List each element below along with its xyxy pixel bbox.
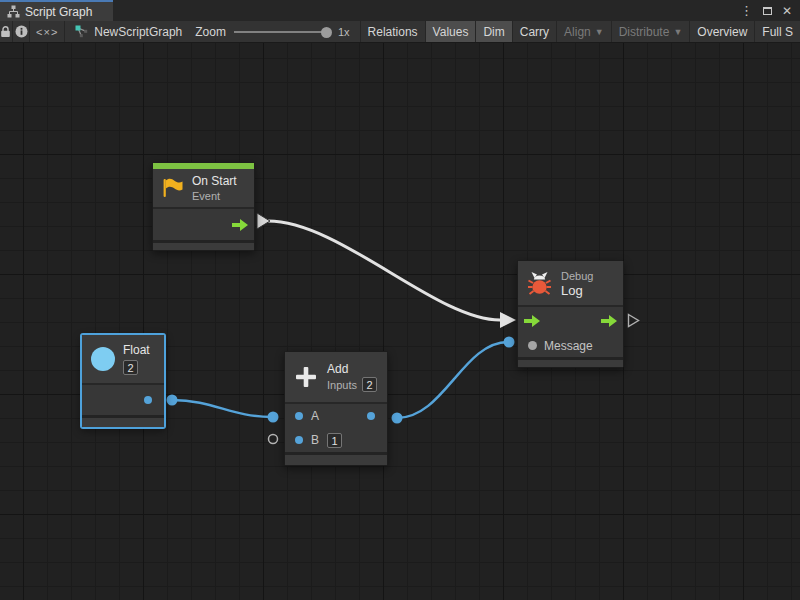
graph-canvas[interactable]: On Start Event: [0, 43, 800, 600]
window-controls: ⋮ ✕: [740, 0, 800, 21]
graph-asset-icon: [75, 25, 88, 38]
graph-name: NewScriptGraph: [94, 25, 182, 39]
node-footer: [518, 357, 623, 367]
tab-title: Script Graph: [25, 5, 92, 19]
inputs-count-field[interactable]: 2: [362, 377, 377, 392]
wire-layer: [0, 43, 800, 600]
flag-icon: [161, 177, 184, 199]
node-title: Log: [561, 283, 593, 298]
node-title: Add: [327, 362, 377, 377]
port-a-label: A: [311, 409, 319, 423]
graph-name-section[interactable]: NewScriptGraph: [65, 21, 191, 42]
add-a-input-connector[interactable]: [268, 412, 279, 423]
close-icon[interactable]: ✕: [782, 5, 792, 17]
code-icon: <×>: [36, 26, 58, 38]
exec-output-arrow-icon[interactable]: [232, 219, 248, 231]
add-output-port[interactable]: [367, 412, 375, 420]
chevron-down-icon: ▼: [595, 28, 604, 37]
zoom-value: 1x: [338, 26, 356, 38]
float-output-connector[interactable]: [167, 395, 178, 406]
add-input-b-port[interactable]: [295, 436, 303, 444]
info-button[interactable]: [13, 21, 30, 42]
add-input-a-port[interactable]: [295, 412, 303, 420]
lock-icon: [0, 25, 11, 38]
debuglog-message-connector[interactable]: [504, 337, 515, 348]
node-add[interactable]: Add Inputs 2 A B 1: [284, 351, 388, 466]
wire-add-to-debuglog-message[interactable]: [397, 342, 508, 418]
node-footer: [82, 415, 164, 427]
node-on-start[interactable]: On Start Event: [152, 162, 255, 251]
port-b-label: B: [311, 433, 319, 447]
lock-button[interactable]: [0, 21, 13, 42]
add-b-unconnected-port[interactable]: [269, 435, 278, 444]
zoom-section: Zoom 1x: [191, 21, 359, 42]
values-button[interactable]: Values: [425, 21, 476, 42]
code-view-button[interactable]: <×>: [30, 21, 65, 42]
graph-toolbar: <×> NewScriptGraph Zoom 1x Relations Val…: [0, 21, 800, 43]
bug-icon: [526, 270, 553, 296]
node-footer: [285, 452, 387, 465]
zoom-label: Zoom: [195, 25, 226, 39]
node-float[interactable]: Float 2: [81, 334, 165, 428]
debuglog-exec-output-port[interactable]: [627, 313, 640, 332]
exec-output-arrow-icon[interactable]: [601, 315, 617, 327]
node-title: On Start: [192, 174, 237, 189]
align-button[interactable]: Align ▼: [556, 21, 611, 42]
wire-arrowhead: [500, 312, 516, 328]
tab-script-graph[interactable]: Script Graph: [0, 0, 113, 21]
plus-icon: [293, 364, 319, 390]
maximize-icon[interactable]: [763, 7, 772, 15]
onstart-exec-output-port[interactable]: [257, 213, 270, 229]
overview-button[interactable]: Overview: [689, 21, 754, 42]
chevron-down-icon: ▼: [673, 28, 682, 37]
float-literal-icon: [91, 347, 115, 371]
script-graph-icon: [7, 5, 20, 18]
node-title: Float: [123, 343, 150, 358]
fullscreen-button[interactable]: Full S: [754, 21, 800, 42]
zoom-slider[interactable]: [234, 31, 330, 33]
wire-onstart-to-debuglog[interactable]: [268, 221, 500, 320]
node-subtitle: Debug: [561, 269, 593, 283]
distribute-button[interactable]: Distribute ▼: [611, 21, 690, 42]
window-menu-icon[interactable]: ⋮: [740, 4, 753, 17]
add-output-connector[interactable]: [392, 413, 403, 424]
inputs-label: Inputs: [327, 378, 357, 392]
float-value-field[interactable]: 2: [123, 360, 138, 375]
node-subtitle: Event: [192, 189, 237, 203]
info-icon: [15, 25, 28, 38]
zoom-slider-handle[interactable]: [321, 27, 332, 38]
wire-float-to-add-a[interactable]: [172, 400, 272, 417]
float-output-port[interactable]: [144, 396, 152, 404]
message-port-label: Message: [544, 339, 593, 353]
b-value-field[interactable]: 1: [327, 433, 342, 448]
window-tab-bar: Script Graph ⋮ ✕: [0, 0, 800, 21]
node-footer: [153, 240, 254, 250]
message-input-port[interactable]: [528, 341, 537, 350]
dim-button[interactable]: Dim: [475, 21, 511, 42]
exec-input-arrow-icon[interactable]: [524, 315, 540, 327]
carry-button[interactable]: Carry: [512, 21, 556, 42]
relations-button[interactable]: Relations: [360, 21, 425, 42]
node-debug-log[interactable]: Debug Log Message: [517, 260, 624, 368]
